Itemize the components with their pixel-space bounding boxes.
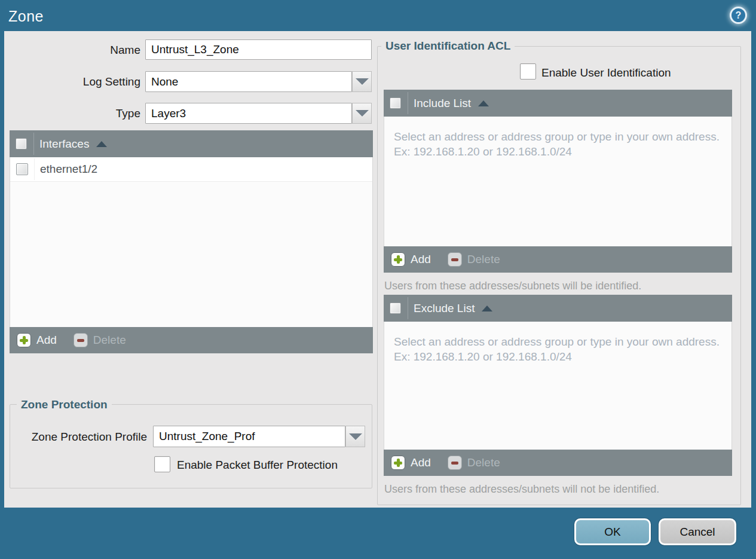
include-select-all-checkbox[interactable]	[390, 97, 401, 109]
interface-name: ethernet1/2	[40, 163, 97, 176]
exclude-list-header[interactable]: Exclude List	[384, 295, 732, 322]
interfaces-table-header[interactable]: Interfaces	[10, 130, 373, 157]
help-glyph: ?	[736, 10, 742, 21]
add-icon	[391, 456, 405, 470]
interfaces-table-body: ethernet1/2	[10, 157, 373, 327]
exclude-list-placeholder: Select an address or address group or ty…	[394, 334, 722, 364]
type-input[interactable]	[145, 103, 352, 124]
add-icon	[391, 252, 405, 267]
interfaces-header-label: Interfaces	[39, 138, 89, 151]
interfaces-select-all-checkbox[interactable]	[16, 138, 27, 149]
exclude-list-body[interactable]: Select an address or address group or ty…	[384, 322, 732, 450]
row-divider	[34, 158, 35, 180]
name-label: Name	[12, 44, 140, 57]
exclude-list-header-label: Exclude List	[414, 302, 475, 315]
include-list-table: Include List Select an address or addres…	[384, 90, 732, 273]
zone-protection-profile-dropdown-arrow-icon[interactable]	[345, 426, 365, 447]
include-helper-text: Users from these addresses/subnets will …	[384, 280, 641, 292]
exclude-add-button[interactable]: Add	[391, 456, 431, 470]
sort-asc-icon	[482, 306, 492, 311]
type-label: Type	[12, 107, 140, 120]
header-divider	[408, 297, 408, 319]
include-list-body[interactable]: Select an address or address group or ty…	[384, 117, 732, 246]
interface-row[interactable]: ethernet1/2	[10, 157, 372, 182]
include-list-header[interactable]: Include List	[384, 90, 732, 117]
include-add-button[interactable]: Add	[391, 252, 431, 267]
add-icon	[17, 333, 31, 347]
enable-packet-buffer-protection-checkbox[interactable]	[154, 456, 170, 472]
cancel-button[interactable]: Cancel	[659, 518, 736, 545]
log-setting-label: Log Setting	[12, 75, 140, 88]
log-setting-dropdown-arrow-icon[interactable]	[352, 71, 372, 92]
delete-icon	[448, 252, 462, 267]
exclude-helper-text: Users from these addresses/subnets will …	[384, 483, 659, 496]
interface-row-checkbox[interactable]	[16, 163, 28, 175]
name-input[interactable]	[145, 39, 372, 60]
log-setting-input[interactable]	[145, 71, 352, 92]
zone-protection-profile-input[interactable]	[153, 426, 345, 447]
enable-user-identification-checkbox[interactable]	[520, 63, 536, 80]
include-delete-button[interactable]: Delete	[448, 252, 500, 267]
sort-asc-icon	[478, 100, 489, 106]
sort-asc-icon	[96, 141, 107, 147]
ok-button[interactable]: OK	[574, 518, 651, 545]
header-divider	[33, 133, 34, 155]
exclude-list-table: Exclude List Select an address or addres…	[384, 295, 732, 476]
zone-protection-profile-label: Zone Protection Profile	[12, 430, 147, 444]
delete-icon	[448, 456, 462, 470]
zone-protection-legend: Zone Protection	[17, 398, 112, 411]
type-dropdown-arrow-icon[interactable]	[352, 103, 372, 124]
interfaces-toolbar: Add Delete	[10, 327, 373, 353]
include-list-header-label: Include List	[414, 97, 471, 110]
interfaces-add-button[interactable]: Add	[17, 333, 57, 347]
help-icon[interactable]: ?	[730, 7, 747, 24]
include-list-placeholder: Select an address or address group or ty…	[394, 129, 722, 159]
header-divider	[408, 92, 408, 114]
dialog-title: Zone	[8, 8, 44, 25]
interfaces-table: Interfaces ethernet1/2 Add Delete	[10, 130, 373, 352]
enable-user-identification-label: Enable User Identification	[541, 66, 671, 80]
enable-packet-buffer-protection-label: Enable Packet Buffer Protection	[177, 459, 338, 472]
interfaces-delete-button[interactable]: Delete	[74, 333, 126, 347]
include-list-toolbar: Add Delete	[384, 246, 732, 273]
exclude-list-toolbar: Add Delete	[384, 450, 732, 476]
delete-icon	[74, 333, 88, 347]
user-identification-legend: User Identification ACL	[381, 39, 515, 53]
exclude-delete-button[interactable]: Delete	[448, 456, 500, 470]
exclude-select-all-checkbox[interactable]	[390, 303, 401, 314]
